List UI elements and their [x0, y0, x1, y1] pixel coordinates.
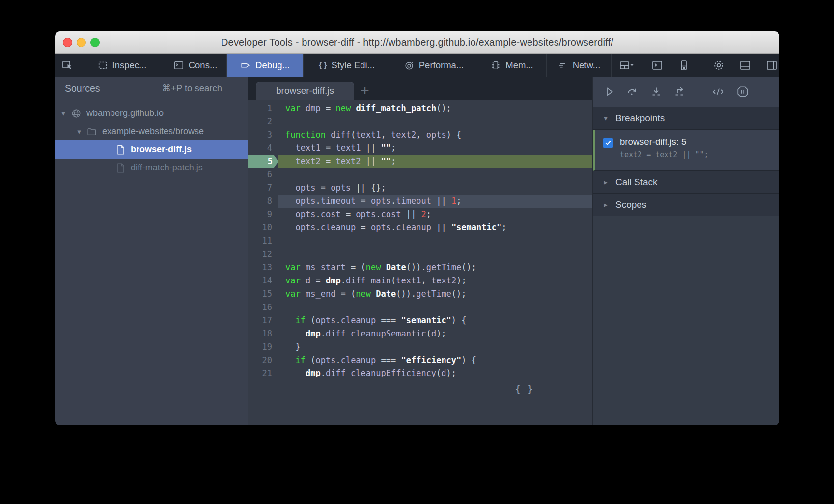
zoom-button[interactable] [90, 38, 100, 47]
devtools-toolbar: Inspec... Cons... Debug... { } Style Edi… [55, 54, 779, 77]
pick-element-button[interactable] [55, 54, 80, 77]
paused-line-marker[interactable]: 5 [248, 155, 278, 168]
resume-button[interactable] [604, 86, 615, 98]
code-line-text[interactable]: text1 = text1 || ""; [278, 141, 592, 155]
line-number[interactable]: 9 [248, 208, 278, 221]
code-line-text[interactable]: } [278, 340, 592, 354]
tree-item-domain[interactable]: ▾ wbamberg.github.io [55, 104, 248, 122]
tab-style-editor[interactable]: { } Style Edi... [304, 54, 390, 77]
code-line-text[interactable]: if (opts.cleanup === "semantic") { [278, 314, 592, 327]
split-console-button[interactable] [646, 54, 668, 77]
code-line-text[interactable] [278, 248, 592, 261]
dock-bottom-button[interactable] [734, 54, 756, 77]
close-button[interactable] [63, 38, 72, 47]
tab-console[interactable]: Cons... [164, 54, 227, 77]
dock-side-button[interactable] [760, 54, 779, 77]
dock-split-caret-icon [619, 59, 635, 71]
line-number[interactable]: 1 [248, 102, 278, 115]
folder-icon [86, 126, 97, 137]
code-line: 4 text1 = text1 || ""; [248, 141, 592, 155]
line-number[interactable]: 3 [248, 128, 278, 141]
code-line-text[interactable]: dmp.diff_cleanupEfficiency(d); [278, 367, 592, 377]
code-line-text[interactable]: dmp.diff_cleanupSemantic(d); [278, 327, 592, 340]
code-line-text[interactable]: var ms_start = (new Date()).getTime(); [278, 261, 592, 274]
code-line: 6 [248, 168, 592, 181]
console-icon [173, 60, 184, 71]
code-line-text[interactable] [278, 168, 592, 181]
line-number[interactable]: 4 [248, 141, 278, 155]
line-number[interactable]: 15 [248, 287, 278, 301]
search-hint[interactable]: ⌘+P to search [162, 83, 222, 94]
line-number[interactable]: 17 [248, 314, 278, 327]
tab-label: Style Edi... [332, 60, 375, 71]
line-number[interactable]: 21 [248, 367, 278, 377]
tab-inspector[interactable]: Inspec... [80, 54, 164, 77]
tree-item-label: browser-diff.js [131, 144, 192, 155]
line-number[interactable]: 16 [248, 301, 278, 314]
check-icon [605, 140, 612, 146]
line-number[interactable]: 10 [248, 221, 278, 234]
tree-item-file-selected[interactable]: browser-diff.js [55, 140, 248, 159]
tab-memory[interactable]: Mem... [477, 54, 547, 77]
dock-bottom-icon [739, 59, 751, 71]
code-line-text[interactable]: opts.timeout = opts.timeout || 1; [278, 195, 592, 208]
editor-tab-browser-diff[interactable]: browser-diff.js [256, 82, 354, 100]
line-number[interactable]: 7 [248, 181, 278, 195]
breakpoint-label: browser-diff.js: 5 [620, 137, 709, 147]
caret-down-icon[interactable]: ▾ [59, 109, 68, 118]
line-number[interactable]: 14 [248, 274, 278, 287]
line-number[interactable]: 11 [248, 234, 278, 248]
settings-button[interactable] [707, 54, 730, 77]
code-line-text[interactable]: text2 = text2 || ""; [278, 155, 592, 168]
scopes-section-header[interactable]: ▸ Scopes [593, 194, 779, 216]
tree-item-folder[interactable]: ▾ example-websites/browse [55, 122, 248, 140]
breakpoint-item[interactable]: browser-diff.js: 5 text2 = text2 || ""; [593, 130, 779, 171]
code-line-text[interactable]: var dmp = new diff_match_patch(); [278, 102, 592, 115]
code-line: 13var ms_start = (new Date()).getTime(); [248, 261, 592, 274]
line-number[interactable]: 8 [248, 195, 278, 208]
blackbox-source-button[interactable] [711, 86, 725, 98]
pause-on-exceptions-button[interactable] [736, 85, 749, 98]
new-tab-button[interactable]: + [354, 82, 376, 100]
step-in-button[interactable] [650, 86, 663, 98]
call-stack-section-header[interactable]: ▸ Call Stack [593, 171, 779, 194]
tree-item-file[interactable]: diff-match-patch.js [55, 159, 248, 177]
minimize-button[interactable] [77, 38, 86, 47]
code-line-text[interactable]: function diff(text1, text2, opts) { [278, 128, 592, 141]
dock-mode-button[interactable] [612, 54, 642, 77]
caret-down-icon[interactable]: ▾ [75, 127, 83, 136]
code-line-text[interactable]: var ms_end = (new Date()).getTime(); [278, 287, 592, 301]
line-number[interactable]: 6 [248, 168, 278, 181]
element-picker-icon [61, 59, 73, 71]
tab-debugger[interactable]: Debug... [227, 54, 304, 77]
line-number[interactable]: 18 [248, 327, 278, 340]
breakpoint-checkbox[interactable] [603, 138, 613, 148]
code-line-text[interactable] [278, 301, 592, 314]
line-number[interactable]: 20 [248, 354, 278, 367]
line-number[interactable]: 13 [248, 261, 278, 274]
step-over-button[interactable] [626, 86, 639, 98]
code-line-text[interactable] [278, 234, 592, 248]
code-line-text[interactable] [278, 115, 592, 128]
code-line-text[interactable]: var d = dmp.diff_main(text1, text2); [278, 274, 592, 287]
code-line-text[interactable]: opts = opts || {}; [278, 181, 592, 195]
line-number[interactable]: 19 [248, 340, 278, 354]
sources-header: Sources ⌘+P to search [55, 77, 248, 100]
tab-network[interactable]: Netw... [547, 54, 612, 77]
code-area[interactable]: 1var dmp = new diff_match_patch();23func… [248, 100, 592, 377]
breakpoints-section-header[interactable]: ▾ Breakpoints [593, 107, 779, 130]
step-out-button[interactable] [673, 86, 686, 98]
breakpoint-texts: browser-diff.js: 5 text2 = text2 || ""; [620, 137, 709, 159]
code-line-text[interactable]: opts.cleanup = opts.cleanup || "semantic… [278, 221, 592, 234]
pretty-print-button[interactable]: { } [515, 383, 533, 395]
debugger-icon [240, 60, 251, 71]
breakpoints-header-label: Breakpoints [615, 113, 665, 124]
code-line-text[interactable]: opts.cost = opts.cost || 2; [278, 208, 592, 221]
tab-performance[interactable]: Performa... [390, 54, 477, 77]
responsive-design-button[interactable] [672, 54, 695, 77]
tab-label: Mem... [505, 60, 533, 71]
line-number[interactable]: 2 [248, 115, 278, 128]
breakpoint-snippet: text2 = text2 || ""; [620, 150, 709, 159]
line-number[interactable]: 12 [248, 248, 278, 261]
code-line-text[interactable]: if (opts.cleanup === "efficiency") { [278, 354, 592, 367]
